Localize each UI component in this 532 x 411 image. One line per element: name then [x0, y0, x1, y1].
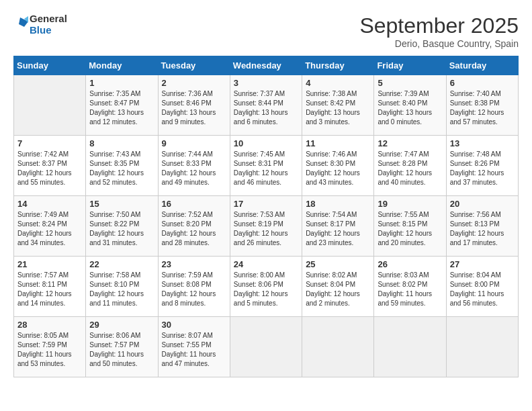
column-header-thursday: Thursday [302, 56, 374, 75]
column-header-wednesday: Wednesday [230, 56, 302, 75]
calendar-cell: 15Sunrise: 7:50 AM Sunset: 8:22 PM Dayli… [86, 196, 158, 257]
calendar-cell: 24Sunrise: 8:00 AM Sunset: 8:06 PM Dayli… [230, 257, 302, 317]
day-info: Sunrise: 7:54 AM Sunset: 8:17 PM Dayligh… [306, 210, 370, 248]
title-area: September 2025 Derio, Basque Country, Sp… [359, 13, 519, 49]
logo-blue: Blue [30, 25, 67, 36]
calendar-cell: 25Sunrise: 8:02 AM Sunset: 8:04 PM Dayli… [302, 257, 374, 317]
day-info: Sunrise: 7:45 AM Sunset: 8:31 PM Dayligh… [234, 150, 298, 187]
calendar-cell: 29Sunrise: 8:06 AM Sunset: 7:57 PM Dayli… [86, 317, 158, 377]
day-number: 27 [450, 259, 515, 269]
calendar-table: SundayMondayTuesdayWednesdayThursdayFrid… [13, 56, 519, 377]
day-info: Sunrise: 7:55 AM Sunset: 8:15 PM Dayligh… [378, 210, 442, 248]
calendar-cell: 20Sunrise: 7:56 AM Sunset: 8:13 PM Dayli… [446, 196, 518, 257]
day-info: Sunrise: 7:53 AM Sunset: 8:19 PM Dayligh… [234, 210, 298, 248]
day-number: 5 [378, 78, 442, 88]
day-number: 10 [234, 138, 298, 148]
calendar-cell: 30Sunrise: 8:07 AM Sunset: 7:55 PM Dayli… [158, 317, 230, 377]
calendar-cell: 4Sunrise: 7:38 AM Sunset: 8:42 PM Daylig… [302, 75, 374, 136]
day-info: Sunrise: 7:39 AM Sunset: 8:40 PM Dayligh… [378, 89, 442, 127]
day-number: 17 [234, 199, 298, 209]
calendar-week-row: 14Sunrise: 7:49 AM Sunset: 8:24 PM Dayli… [14, 196, 519, 257]
day-info: Sunrise: 7:49 AM Sunset: 8:24 PM Dayligh… [17, 210, 82, 248]
day-number: 25 [306, 259, 370, 269]
calendar-cell [302, 317, 374, 377]
day-number: 26 [378, 259, 442, 269]
day-info: Sunrise: 7:44 AM Sunset: 8:33 PM Dayligh… [162, 150, 226, 187]
day-number: 9 [162, 138, 226, 148]
column-header-tuesday: Tuesday [158, 56, 230, 75]
day-number: 28 [17, 320, 82, 330]
day-number: 14 [17, 199, 82, 209]
day-info: Sunrise: 7:50 AM Sunset: 8:22 PM Dayligh… [89, 210, 154, 248]
calendar-cell: 19Sunrise: 7:55 AM Sunset: 8:15 PM Dayli… [374, 196, 446, 257]
day-number: 1 [89, 78, 154, 88]
calendar-cell: 26Sunrise: 8:03 AM Sunset: 8:02 PM Dayli… [374, 257, 446, 317]
day-info: Sunrise: 8:00 AM Sunset: 8:06 PM Dayligh… [234, 271, 298, 308]
day-info: Sunrise: 8:07 AM Sunset: 7:55 PM Dayligh… [162, 331, 226, 369]
calendar-week-row: 1Sunrise: 7:35 AM Sunset: 8:47 PM Daylig… [14, 75, 519, 136]
day-number: 29 [89, 320, 154, 330]
day-info: Sunrise: 7:43 AM Sunset: 8:35 PM Dayligh… [89, 150, 154, 187]
calendar-cell: 16Sunrise: 7:52 AM Sunset: 8:20 PM Dayli… [158, 196, 230, 257]
calendar-cell: 13Sunrise: 7:48 AM Sunset: 8:26 PM Dayli… [446, 136, 518, 196]
day-info: Sunrise: 7:37 AM Sunset: 8:44 PM Dayligh… [234, 89, 298, 127]
calendar-cell: 2Sunrise: 7:36 AM Sunset: 8:46 PM Daylig… [158, 75, 230, 136]
calendar-cell: 1Sunrise: 7:35 AM Sunset: 8:47 PM Daylig… [86, 75, 158, 136]
calendar-cell: 8Sunrise: 7:43 AM Sunset: 8:35 PM Daylig… [86, 136, 158, 196]
calendar-cell: 6Sunrise: 7:40 AM Sunset: 8:38 PM Daylig… [446, 75, 518, 136]
calendar-cell: 22Sunrise: 7:58 AM Sunset: 8:10 PM Dayli… [86, 257, 158, 317]
day-info: Sunrise: 8:04 AM Sunset: 8:00 PM Dayligh… [450, 271, 515, 308]
column-header-sunday: Sunday [14, 56, 86, 75]
calendar-cell: 5Sunrise: 7:39 AM Sunset: 8:40 PM Daylig… [374, 75, 446, 136]
logo: General Blue [13, 13, 67, 36]
day-number: 16 [162, 199, 226, 209]
day-info: Sunrise: 7:36 AM Sunset: 8:46 PM Dayligh… [162, 89, 226, 127]
day-number: 23 [162, 259, 226, 269]
day-number: 8 [89, 138, 154, 148]
calendar-cell: 9Sunrise: 7:44 AM Sunset: 8:33 PM Daylig… [158, 136, 230, 196]
day-number: 12 [378, 138, 442, 148]
day-info: Sunrise: 7:42 AM Sunset: 8:37 PM Dayligh… [17, 150, 82, 187]
calendar-cell: 12Sunrise: 7:47 AM Sunset: 8:28 PM Dayli… [374, 136, 446, 196]
day-number: 13 [450, 138, 515, 148]
location-subtitle: Derio, Basque Country, Spain [359, 38, 519, 49]
day-info: Sunrise: 7:58 AM Sunset: 8:10 PM Dayligh… [89, 271, 154, 308]
day-number: 15 [89, 199, 154, 209]
day-number: 6 [450, 78, 515, 88]
logo-bird-icon [13, 16, 28, 34]
day-info: Sunrise: 7:52 AM Sunset: 8:20 PM Dayligh… [162, 210, 226, 248]
day-info: Sunrise: 7:40 AM Sunset: 8:38 PM Dayligh… [450, 89, 515, 127]
day-info: Sunrise: 7:59 AM Sunset: 8:08 PM Dayligh… [162, 271, 226, 308]
calendar-cell: 7Sunrise: 7:42 AM Sunset: 8:37 PM Daylig… [14, 136, 86, 196]
calendar-header-row: SundayMondayTuesdayWednesdayThursdayFrid… [14, 56, 519, 75]
calendar-cell: 27Sunrise: 8:04 AM Sunset: 8:00 PM Dayli… [446, 257, 518, 317]
day-number: 21 [17, 259, 82, 269]
calendar-cell: 10Sunrise: 7:45 AM Sunset: 8:31 PM Dayli… [230, 136, 302, 196]
calendar-cell [230, 317, 302, 377]
day-info: Sunrise: 8:06 AM Sunset: 7:57 PM Dayligh… [89, 331, 154, 369]
month-title: September 2025 [359, 13, 519, 38]
day-number: 19 [378, 199, 442, 209]
day-info: Sunrise: 7:47 AM Sunset: 8:28 PM Dayligh… [378, 150, 442, 187]
calendar-cell: 23Sunrise: 7:59 AM Sunset: 8:08 PM Dayli… [158, 257, 230, 317]
calendar-cell: 28Sunrise: 8:05 AM Sunset: 7:59 PM Dayli… [14, 317, 86, 377]
calendar-week-row: 28Sunrise: 8:05 AM Sunset: 7:59 PM Dayli… [14, 317, 519, 377]
column-header-friday: Friday [374, 56, 446, 75]
page-header: General Blue September 2025 Derio, Basqu… [13, 13, 519, 49]
day-number: 18 [306, 199, 370, 209]
day-number: 30 [162, 320, 226, 330]
calendar-cell: 18Sunrise: 7:54 AM Sunset: 8:17 PM Dayli… [302, 196, 374, 257]
day-info: Sunrise: 7:38 AM Sunset: 8:42 PM Dayligh… [306, 89, 370, 127]
column-header-saturday: Saturday [446, 56, 518, 75]
day-number: 20 [450, 199, 515, 209]
day-info: Sunrise: 8:03 AM Sunset: 8:02 PM Dayligh… [378, 271, 442, 308]
day-info: Sunrise: 7:48 AM Sunset: 8:26 PM Dayligh… [450, 150, 515, 187]
day-number: 7 [17, 138, 82, 148]
day-info: Sunrise: 7:35 AM Sunset: 8:47 PM Dayligh… [89, 89, 154, 127]
calendar-cell [14, 75, 86, 136]
calendar-week-row: 21Sunrise: 7:57 AM Sunset: 8:11 PM Dayli… [14, 257, 519, 317]
calendar-cell: 14Sunrise: 7:49 AM Sunset: 8:24 PM Dayli… [14, 196, 86, 257]
calendar-week-row: 7Sunrise: 7:42 AM Sunset: 8:37 PM Daylig… [14, 136, 519, 196]
day-info: Sunrise: 7:57 AM Sunset: 8:11 PM Dayligh… [17, 271, 82, 308]
day-number: 2 [162, 78, 226, 88]
